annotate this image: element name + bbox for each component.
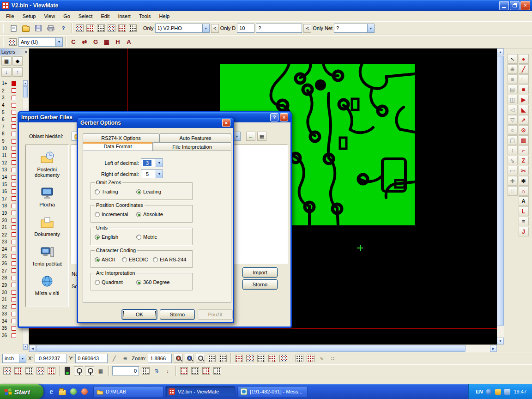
palette-tool-icon[interactable]: L xyxy=(519,206,529,216)
prev-layer-button[interactable]: < xyxy=(211,24,219,33)
layer-color-chip[interactable] xyxy=(12,240,16,244)
view-menu-icon[interactable]: ▦ xyxy=(257,132,266,141)
net-filter-combo[interactable]: ? ▼ xyxy=(334,24,375,33)
draw-pattern-icon-4[interactable] xyxy=(212,366,222,375)
app-shortcut-red-icon[interactable] xyxy=(80,387,89,396)
toolbar-grip[interactable] xyxy=(3,24,5,33)
layer-color-chip[interactable] xyxy=(12,182,16,187)
display-mode-icon-5[interactable] xyxy=(278,354,288,363)
aperture-tool-icon[interactable]: H xyxy=(113,37,122,47)
save-icon[interactable] xyxy=(33,23,44,34)
palette-tool-icon[interactable]: ⌐ xyxy=(519,145,529,155)
palette-tool-icon[interactable]: ■ xyxy=(519,85,529,94)
tab-rs274x-options[interactable]: RS274-X Options xyxy=(83,133,159,142)
select-filter-icon-2[interactable] xyxy=(85,24,95,33)
draw-pattern-icon-2[interactable] xyxy=(190,366,200,375)
dcode-input[interactable]: 10 xyxy=(237,24,254,33)
aperture-tool-icon[interactable]: A xyxy=(124,37,133,47)
palette-tool-icon[interactable]: ▤ xyxy=(508,85,518,94)
horizontal-scrollbar[interactable]: ◀ ▶ xyxy=(29,345,497,352)
palette-tool-icon[interactable]: ▢ xyxy=(508,135,518,145)
ok-button[interactable]: OK xyxy=(122,309,157,320)
radio-english[interactable]: English xyxy=(95,234,118,240)
layer-color-chip[interactable] xyxy=(12,268,16,273)
layer-stack-icon-2[interactable] xyxy=(13,366,23,375)
palette-tool-icon[interactable]: ↕ xyxy=(508,145,518,155)
dcode-status-value[interactable]: 0 xyxy=(112,366,139,375)
minimize-button[interactable] xyxy=(499,1,509,10)
layer-color-chip[interactable] xyxy=(12,304,16,309)
tray-update-icon[interactable] xyxy=(495,389,501,395)
traffic-light-icon[interactable] xyxy=(63,366,72,375)
tab-auto-features[interactable]: Auto Features xyxy=(159,133,231,142)
palette-tool-icon[interactable]: ≡ xyxy=(519,217,529,226)
probe-icon-2[interactable] xyxy=(85,366,94,375)
layer-stack-icon-3[interactable] xyxy=(24,366,34,375)
layer-color-chip[interactable] xyxy=(12,218,16,223)
select-filter-icon-6[interactable] xyxy=(128,24,137,33)
layer-color-chip[interactable] xyxy=(12,283,16,287)
select-filter-icon-1[interactable] xyxy=(75,24,84,33)
layer-color-chip[interactable] xyxy=(12,247,16,251)
grid-dots-icon[interactable]: ∷ xyxy=(328,354,337,363)
palette-tool-icon[interactable]: Z xyxy=(519,156,529,165)
layer-move-down-icon[interactable]: ↓ xyxy=(1,67,12,77)
layer-color-chip[interactable] xyxy=(12,297,16,302)
layer-stack-icon-1[interactable] xyxy=(2,366,12,375)
aperture-pattern-icon[interactable] xyxy=(8,37,17,47)
taskbar-button-mlab[interactable]: D:\MLAB xyxy=(93,386,163,397)
layer-color-chip[interactable] xyxy=(12,124,16,129)
gerber-dialog-titlebar[interactable]: Gerber Options × xyxy=(78,118,233,128)
layer-color-chip[interactable] xyxy=(12,319,16,323)
restore-button[interactable] xyxy=(510,1,520,10)
layers-panel-close-icon[interactable]: × xyxy=(24,49,27,54)
chevron-down-icon[interactable]: ▼ xyxy=(202,24,209,32)
import-cancel-button[interactable]: Storno xyxy=(242,279,278,290)
grid-view-icon-2[interactable] xyxy=(218,354,227,363)
layer-stack-icon-4[interactable] xyxy=(36,366,45,375)
measure-icon[interactable]: ╱ xyxy=(109,354,119,363)
palette-tool-icon[interactable]: ✱ xyxy=(519,176,529,186)
chevron-down-icon[interactable]: ▼ xyxy=(156,159,163,167)
start-button[interactable]: Start xyxy=(0,384,43,399)
scroll-up-icon[interactable]: ▲ xyxy=(23,80,28,86)
radio-trailing[interactable]: Trailing xyxy=(95,189,118,194)
menu-item[interactable]: Select xyxy=(74,12,97,20)
chevron-down-icon[interactable]: ▼ xyxy=(156,170,163,178)
display-mode-icon-7[interactable] xyxy=(306,354,315,363)
palette-tool-icon[interactable]: ≡ xyxy=(508,74,518,84)
palette-tool-icon[interactable]: ∟ xyxy=(519,74,529,84)
layer-move-up-icon[interactable]: ↑ xyxy=(12,67,23,77)
scroll-up-icon[interactable]: ▲ xyxy=(497,48,504,55)
layer-color-chip[interactable] xyxy=(12,254,16,259)
aperture-tool-icon[interactable]: G xyxy=(91,37,100,47)
grid-icon[interactable]: ▦ xyxy=(96,366,105,375)
context-help-icon[interactable]: ? xyxy=(58,23,69,34)
scrollbar-thumb[interactable] xyxy=(497,56,504,326)
zoom-out-icon[interactable] xyxy=(196,354,205,363)
menu-item[interactable]: File xyxy=(2,12,18,20)
layer-color-chip[interactable] xyxy=(12,110,16,115)
display-mode-icon-2[interactable] xyxy=(245,354,254,363)
menu-item[interactable]: Edit xyxy=(97,12,114,20)
palette-tool-icon[interactable]: ↗ xyxy=(519,115,529,125)
layer-color-chip[interactable] xyxy=(12,103,16,108)
pan-diagonal-icon[interactable]: ⇘ xyxy=(317,354,326,363)
new-file-icon[interactable] xyxy=(8,23,19,34)
layer-color-chip[interactable] xyxy=(12,81,16,86)
layers-tool-grid-icon[interactable]: ▦ xyxy=(1,56,12,66)
tab-file-interpretation[interactable]: File Interpretation xyxy=(153,142,231,151)
palette-tool-icon[interactable]: ↖ xyxy=(508,54,518,64)
anchor-icon[interactable]: ⇅ xyxy=(152,366,161,375)
layer-color-chip[interactable] xyxy=(12,153,16,158)
display-mode-icon-3[interactable] xyxy=(256,354,266,363)
grid-view-icon-1[interactable] xyxy=(207,354,216,363)
layer-color-chip[interactable] xyxy=(12,175,16,180)
scroll-down-icon[interactable]: ▼ xyxy=(497,338,504,345)
palette-tool-icon[interactable]: ● xyxy=(519,54,529,64)
display-mode-icon-4[interactable] xyxy=(267,354,277,363)
draw-pattern-icon-1[interactable] xyxy=(179,366,188,375)
palette-tool-icon[interactable]: A xyxy=(519,196,529,206)
close-button[interactable]: × xyxy=(520,1,530,10)
palette-tool-icon[interactable]: ◫ xyxy=(508,95,518,104)
